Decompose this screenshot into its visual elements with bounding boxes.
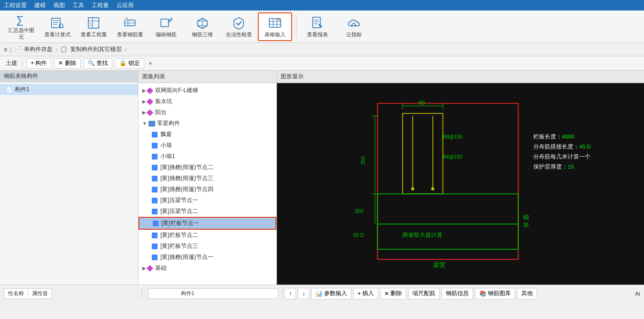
scroll-down-button[interactable]: ↓ [298, 288, 309, 299]
view-report-icon [310, 15, 325, 31]
svg-text:保护层厚度：15: 保护层厚度：15 [533, 163, 574, 170]
edit-rebar-button[interactable]: 编辑钢筋 [149, 12, 183, 41]
scale-rebar-button[interactable]: 缩尺配筋 [408, 288, 440, 299]
sum-button[interactable]: ∑ 汇总选中图元 [4, 12, 38, 41]
menu-tools[interactable]: 工具 [73, 1, 84, 10]
props-values: 构件1 [148, 288, 278, 299]
breadcrumb-sep2: › [55, 46, 57, 53]
param-input-button[interactable]: 📊 参数输入 [311, 288, 351, 299]
component-list: 📄 构件1 [0, 82, 138, 285]
svg-rect-16 [161, 19, 169, 27]
tree-item-t11[interactable]: [黄]压梁节点一 [138, 195, 276, 206]
tree-item-t5[interactable]: 飘窗 [138, 129, 276, 140]
rebar-library-button[interactable]: 📚 钢筋图库 [475, 288, 515, 299]
tree-item-t7[interactable]: 小墙1 [138, 151, 276, 162]
page-icon-t13 [153, 221, 158, 226]
view-report-button[interactable]: 查看报表 [300, 12, 335, 41]
cloud-index-button[interactable]: 云指标 [337, 12, 371, 41]
edit-rebar-label: 编辑钢筋 [156, 32, 177, 38]
add-component-button[interactable]: + 构件 [26, 58, 51, 69]
scroll-up-button[interactable]: ↑ [285, 288, 296, 299]
breadcrumb-copy[interactable]: 📋 复制构件到其它楼层 [60, 45, 121, 53]
view-rebar-button[interactable]: 📊 查看钢筋量 [113, 12, 147, 41]
tree-arrow-t2: ▶ [142, 99, 146, 104]
tree-item-t12[interactable]: [黄]压梁节点二 [138, 206, 276, 217]
lock-button[interactable]: 🔒 锁定 [115, 58, 144, 69]
find-button[interactable]: 🔍 查找 [84, 58, 112, 69]
toolbar: ∑ 汇总选中图元 查看计算式 [0, 11, 644, 43]
book-icon-t4 [148, 121, 155, 127]
tree-item-t8[interactable]: [黄]挑檐(雨篷)节点二 [138, 162, 276, 173]
insert-button[interactable]: + 插入 [353, 288, 378, 299]
tree-item-t2[interactable]: ▶ 集水坑 [138, 96, 276, 107]
status-text: At [635, 291, 640, 297]
menu-quantity[interactable]: 工程量 [92, 1, 109, 10]
legality-button[interactable]: 合法性检查 [222, 12, 256, 41]
rebar-info-button[interactable]: 钢筋信息 [442, 288, 473, 299]
props-col1: 性名称 [4, 290, 28, 297]
rebar-3d-button[interactable]: 钢筋三维 [185, 12, 220, 41]
find-icon: 🔍 [88, 60, 95, 66]
insert-icon: + [358, 290, 361, 297]
view-calc-label: 查看计算式 [44, 32, 71, 38]
delete-icon: ✕ [58, 60, 63, 66]
sub-toolbar: 土建 | + 构件 ✕ 删除 🔍 查找 🔒 锁定 ▾ [0, 56, 644, 71]
view-quantity-icon [86, 15, 101, 31]
breadcrumb-save[interactable]: 📄 单构件存盘 [14, 45, 53, 53]
view-calc-button[interactable]: 查看计算式 [40, 12, 74, 41]
svg-text:两者取大值计算: 两者取大值计算 [402, 232, 443, 238]
view-rebar-label: 查看钢筋量 [117, 32, 143, 38]
tree-item-t3[interactable]: ▶ 阳台 [138, 107, 276, 118]
delete-row-button[interactable]: ✕ 删除 [380, 288, 406, 299]
insert-label: 插入 [362, 289, 374, 298]
view-quantity-button[interactable]: 查看工程量 [76, 12, 111, 41]
menu-cloud[interactable]: 云应用 [116, 1, 134, 10]
rebar-3d-icon [195, 15, 210, 31]
props-val-name: 构件1 [177, 290, 198, 297]
tree-item-t4[interactable]: ▼ 零星构件 [138, 118, 276, 129]
legality-icon [231, 15, 246, 31]
view-report-label: 查看报表 [307, 32, 328, 38]
menu-modeling[interactable]: 建模 [34, 1, 46, 10]
tree-item-t10[interactable]: [黄]挑檐(雨篷)节点四 [138, 184, 276, 195]
tree-item-t1[interactable]: ▶ 双网双向F-L楼梯 [138, 85, 276, 96]
sum-label: 汇总选中图元 [6, 27, 36, 40]
tree-item-t14[interactable]: [黄]栏板节点二 [138, 230, 276, 241]
rebar-library-icon: 📚 [479, 290, 486, 297]
toolbar-divider [296, 15, 296, 39]
svg-text:砌: 砌 [523, 214, 529, 220]
view-quantity-label: 查看工程量 [81, 32, 107, 38]
table-input-button[interactable]: ✎ 表格输入 [258, 12, 292, 41]
cloud-index-icon [346, 15, 361, 31]
other-button[interactable]: 其他 [517, 288, 537, 299]
tree-label-t16: [黄]挑檐(雨篷)节点一 [160, 253, 213, 261]
tree-item-t6[interactable]: 小墙 [138, 140, 276, 151]
tree-item-t9[interactable]: [黄]挑檐(雨篷)节点三 [138, 173, 276, 184]
menu-engineering-settings[interactable]: 工程设置 [4, 1, 27, 10]
svg-text:∑: ∑ [16, 14, 24, 26]
page-icon-t11 [152, 198, 158, 203]
tree-label-t11: [黄]压梁节点一 [160, 196, 198, 204]
table-input-icon: ✎ [267, 15, 283, 31]
tree-label-t4: 零星构件 [157, 119, 180, 128]
tree-arrow-t4: ▼ [142, 121, 147, 126]
svg-text:✎: ✎ [277, 18, 280, 22]
tree-label-t5: 飘窗 [160, 130, 172, 138]
left-panel-title: 钢筋表格构件 [0, 71, 138, 82]
lock-icon: 🔒 [119, 60, 127, 66]
delete-button[interactable]: ✕ 删除 [54, 58, 80, 69]
svg-point-5 [59, 24, 63, 28]
tree-item-t13[interactable]: [黄]栏板节点一 [138, 217, 276, 230]
page-icon-t10 [152, 187, 158, 192]
tree-item-t15[interactable]: [黄]栏板节点三 [138, 241, 276, 252]
tree-item-t17[interactable]: ▶ 基础 [138, 263, 276, 274]
svg-text:栏板长度：4000: 栏板长度：4000 [533, 133, 574, 139]
list-item[interactable]: 📄 构件1 [0, 84, 138, 95]
tree-label-t1: 双网双向F-L楼梯 [155, 86, 198, 95]
tree-item-t16[interactable]: [黄]挑檐(雨篷)节点一 [138, 252, 276, 263]
svg-text:A8@150: A8@150 [443, 134, 463, 139]
tree-label-t2: 集水坑 [155, 97, 172, 106]
up-icon: ↑ [289, 290, 292, 297]
menu-view[interactable]: 视图 [53, 1, 65, 10]
tree-label-t15: [黄]栏板节点三 [160, 242, 198, 250]
